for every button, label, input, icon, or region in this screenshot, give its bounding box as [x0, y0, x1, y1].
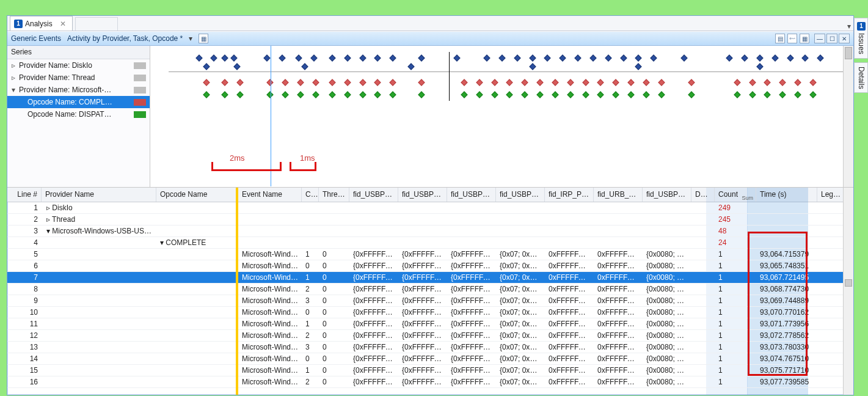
event-point[interactable]	[230, 54, 237, 61]
event-point[interactable]	[506, 79, 513, 86]
col-f4[interactable]: fid_USBPO…	[496, 188, 545, 202]
col-f5[interactable]: fid_USBPO…	[643, 188, 691, 202]
event-point[interactable]	[597, 91, 604, 98]
event-point[interactable]	[329, 79, 335, 86]
event-point[interactable]	[635, 54, 642, 61]
event-point[interactable]	[359, 91, 366, 98]
event-point[interactable]	[418, 79, 425, 86]
col-legend[interactable]: Legend	[817, 188, 845, 202]
event-point[interactable]	[522, 91, 528, 98]
event-point[interactable]	[203, 79, 210, 86]
view-chart-icon[interactable]: ▤	[775, 34, 785, 43]
event-point[interactable]	[344, 79, 351, 86]
close-button[interactable]: ✕	[839, 34, 850, 43]
event-point[interactable]	[582, 91, 589, 98]
event-point[interactable]	[374, 79, 381, 86]
table-row[interactable]: 15Microsoft-Wind…10{0xFFFFFA80…{0xFFFFFA…	[7, 365, 853, 376]
event-point[interactable]	[620, 54, 627, 61]
col-dev[interactable]: Device	[691, 188, 715, 202]
event-point[interactable]	[552, 91, 558, 98]
series-item-4[interactable]: Opcode Name: DISPAT…	[7, 108, 150, 120]
event-point[interactable]	[282, 91, 288, 98]
event-point[interactable]	[233, 63, 240, 70]
event-point[interactable]	[344, 54, 351, 61]
event-point[interactable]	[522, 79, 528, 86]
table-row[interactable]: 12Microsoft-Wind…20{0xFFFFFA80…{0xFFFFFA…	[7, 330, 853, 342]
event-point[interactable]	[749, 91, 756, 98]
grid-scrollbar[interactable]	[843, 188, 853, 395]
event-point[interactable]	[605, 54, 611, 61]
event-point[interactable]	[203, 63, 210, 70]
event-point[interactable]	[651, 54, 657, 61]
col-line[interactable]: Line #	[7, 188, 42, 202]
event-point[interactable]	[374, 54, 381, 61]
event-point[interactable]	[688, 79, 695, 86]
event-point[interactable]	[211, 54, 217, 61]
event-point[interactable]	[302, 63, 308, 70]
event-point[interactable]	[236, 91, 243, 98]
event-point[interactable]	[264, 54, 271, 61]
minimize-button[interactable]: —	[814, 34, 825, 43]
event-point[interactable]	[491, 79, 498, 86]
tabs-overflow-icon[interactable]: ▾	[847, 22, 851, 31]
event-point[interactable]	[779, 91, 786, 98]
event-point[interactable]	[787, 54, 793, 61]
event-point[interactable]	[552, 79, 558, 86]
chevron-down-icon[interactable]: ▾	[189, 34, 192, 43]
col-firp[interactable]: fid_IRP_Ptr…	[545, 188, 594, 202]
event-point[interactable]	[680, 54, 687, 61]
event-point[interactable]	[279, 54, 285, 61]
event-point[interactable]	[764, 79, 771, 86]
event-point[interactable]	[544, 54, 551, 61]
close-icon[interactable]: ✕	[60, 20, 66, 28]
event-point[interactable]	[329, 54, 335, 61]
maximize-button[interactable]: ☐	[826, 34, 837, 43]
event-point[interactable]	[756, 54, 763, 61]
highlight-icon[interactable]: ▦	[199, 34, 208, 43]
graph-subtitle[interactable]: Activity by Provider, Task, Opcode *	[67, 34, 183, 43]
dock-details[interactable]: Details	[854, 62, 868, 94]
event-point[interactable]	[688, 91, 695, 98]
table-row[interactable]: 5Microsoft-Wind…10{0xFFFFFA80…{0xFFFFFA8…	[7, 249, 853, 260]
event-point[interactable]	[390, 79, 396, 86]
chart-scrollbar[interactable]	[843, 46, 853, 187]
event-point[interactable]	[282, 79, 288, 86]
event-point[interactable]	[574, 54, 581, 61]
col-furb[interactable]: fid_URB_Pt…	[594, 188, 643, 202]
event-point[interactable]	[794, 79, 801, 86]
event-point[interactable]	[498, 54, 505, 61]
table-row[interactable]: 9Microsoft-Wind…30{0xFFFFFA80…{0xFFFFFA8…	[7, 295, 853, 307]
col-event[interactable]: Event Name	[238, 188, 302, 202]
event-point[interactable]	[221, 54, 228, 61]
table-row[interactable]: 7Microsoft-Wind…10{0xFFFFFA80…{0xFFFFFA8…	[7, 272, 853, 284]
event-point[interactable]	[236, 79, 243, 86]
view-line-icon[interactable]: ⬳	[787, 34, 797, 43]
event-point[interactable]	[297, 79, 304, 86]
event-point[interactable]	[221, 91, 228, 98]
event-point[interactable]	[329, 91, 335, 98]
event-point[interactable]	[536, 79, 543, 86]
event-point[interactable]	[627, 91, 634, 98]
event-point[interactable]	[749, 79, 756, 86]
event-point[interactable]	[597, 79, 604, 86]
table-row[interactable]: 3▾ Microsoft-Windows-USB-USBP…48	[7, 226, 853, 237]
event-point[interactable]	[418, 91, 425, 98]
event-point[interactable]	[779, 79, 786, 86]
col-time[interactable]: Time (s)	[756, 188, 817, 202]
chart-area[interactable]: 2ms 1ms	[150, 46, 853, 187]
col-c[interactable]: C…	[302, 188, 319, 202]
event-point[interactable]	[418, 54, 425, 61]
dock-issues[interactable]: 1Issues	[854, 18, 868, 59]
event-point[interactable]	[764, 91, 771, 98]
event-point[interactable]	[589, 54, 596, 61]
event-point[interactable]	[794, 91, 801, 98]
event-point[interactable]	[612, 79, 619, 86]
view-table-icon[interactable]: ▦	[800, 34, 809, 43]
event-point[interactable]	[756, 63, 763, 70]
table-row[interactable]: 14Microsoft-Wind…00{0xFFFFFA80…{0xFFFFFA…	[7, 353, 853, 365]
event-point[interactable]	[658, 91, 665, 98]
col-provider[interactable]: Provider Name	[42, 188, 156, 202]
event-point[interactable]	[461, 79, 467, 86]
event-point[interactable]	[407, 63, 414, 70]
expand-icon[interactable]: ▾	[11, 86, 16, 94]
